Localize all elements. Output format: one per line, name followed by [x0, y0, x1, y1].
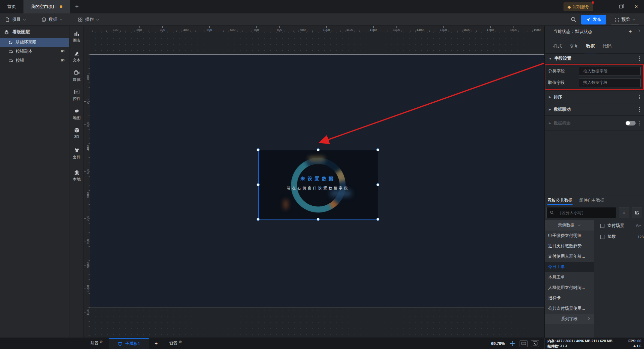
field-row-scene[interactable]: 支付场景 Str... [594, 220, 644, 231]
blur-blob [309, 157, 324, 161]
add-state-button[interactable]: + [629, 28, 632, 35]
resize-handle-e[interactable] [376, 183, 379, 186]
ring-chart-icon [8, 40, 13, 45]
subboard-tab-active[interactable]: 子看板1 [109, 338, 149, 349]
publish-button[interactable]: 发布 [581, 15, 606, 24]
minimize-button[interactable] [598, 0, 613, 13]
data-filter-toggle[interactable] [626, 121, 636, 126]
toolbox-kits[interactable]: 套件 [69, 147, 84, 160]
resize-handle-se[interactable] [376, 218, 379, 221]
resize-handle-s[interactable] [317, 218, 320, 221]
resize-handle-sw[interactable] [257, 218, 260, 221]
section-sort[interactable]: ▶ 排序 [545, 91, 644, 103]
dataset-item[interactable]: 公共支付场景使用... [545, 303, 594, 314]
data-search-box[interactable] [546, 207, 616, 218]
layer-item-button-copy[interactable]: 按钮副本 [0, 47, 69, 56]
dataset-item[interactable]: 本月工单 [545, 272, 594, 283]
add-data-button[interactable]: + [619, 207, 629, 218]
dataset-source-select[interactable]: 示例数据 [545, 220, 594, 231]
checkbox-icon[interactable] [600, 235, 604, 239]
shortcut-keyboard-button[interactable] [520, 340, 528, 347]
tab-project[interactable]: 我的空白项目 [23, 0, 70, 13]
toolbox-map[interactable]: 地图 [69, 108, 84, 120]
zoom-level[interactable]: 69.79% [491, 341, 505, 346]
add-subboard-button[interactable]: + [149, 338, 163, 349]
tab-data[interactable]: 数据 [586, 43, 595, 53]
field-row-count[interactable]: 笔数 123 [594, 231, 644, 242]
kebab-menu-icon[interactable] [639, 95, 640, 99]
section-data-filter[interactable]: ▶ 数据筛选 [545, 116, 644, 131]
resize-handle-ne[interactable] [376, 148, 379, 151]
menu-actions[interactable]: 操作 [73, 13, 104, 26]
fit-screen-button[interactable] [508, 340, 516, 347]
notification-dot-icon [592, 1, 594, 4]
field-name: 支付场景 [607, 223, 624, 229]
resize-handle-n[interactable] [317, 148, 320, 151]
toolbox-3d[interactable]: 3D [69, 127, 84, 139]
search-icon[interactable] [571, 16, 577, 22]
console-button[interactable] [531, 340, 539, 347]
toolbox-controls[interactable]: 控件 [69, 89, 84, 101]
eye-off-icon[interactable] [60, 58, 65, 62]
dataset-item[interactable]: 近日支付笔数趋势 [545, 241, 594, 251]
donut-chart-widget[interactable]: 未设置数据 请在右侧窗口设置数据字段 [258, 150, 378, 219]
circle-plus-icon: ⊕ [100, 340, 103, 344]
widget-toolbox: 图表 文本 媒体 控件 地图 3D 套件 本地 [69, 26, 84, 338]
tab-component-own-data[interactable]: 组件自有数据 [579, 196, 604, 205]
design-canvas[interactable]: 1002003004005006007008009001000110012001… [84, 26, 544, 338]
background-button[interactable]: 背景 ⊕ [163, 338, 188, 349]
dataset-item[interactable]: 指标卡 [545, 293, 594, 303]
menu-project-label: 项目 [12, 16, 21, 22]
tab-home[interactable]: 首页 [0, 0, 23, 13]
kebab-menu-icon[interactable] [639, 107, 640, 112]
tab-code[interactable]: 代码 [602, 43, 611, 53]
section-sort-label: 排序 [554, 94, 562, 100]
menu-actions-label: 操作 [85, 16, 94, 22]
layer-item-donut-chart[interactable]: 基础环形图 [0, 38, 69, 47]
tab-interaction[interactable]: 交互 [570, 43, 579, 53]
dataset-item-selected[interactable]: 今日工单 [545, 262, 594, 272]
restore-button[interactable] [613, 0, 629, 13]
chevron-right-icon[interactable] [637, 30, 640, 32]
toolbox-local[interactable]: 本地 [69, 169, 84, 182]
series-fields-row[interactable]: 系列字段 [545, 314, 594, 324]
chevron-down-icon [23, 18, 26, 20]
toolbox-media[interactable]: 媒体 [69, 70, 84, 82]
section-data-link[interactable]: ▶ 数据联动 [545, 103, 644, 116]
tab-board-shared-data[interactable]: 看板公共数据 [547, 196, 573, 205]
foreground-button[interactable]: 前景 ⊕ [84, 338, 109, 349]
kebab-menu-icon[interactable] [639, 56, 640, 61]
inspector-panel: 当前状态：默认状态 + 样式 交互 数据 代码 ▼ 字段设置 分类字段 拖入数据… [544, 26, 644, 338]
custom-service-badge[interactable]: ◆ 定制服务 [564, 2, 593, 11]
data-search-input[interactable] [557, 210, 613, 215]
section-data-link-label: 数据联动 [554, 107, 571, 112]
field-settings-header[interactable]: ▼ 字段设置 [545, 54, 644, 63]
toolbox-label: 文本 [73, 58, 80, 63]
eye-off-icon[interactable] [60, 49, 65, 53]
resize-handle-w[interactable] [257, 183, 260, 186]
resize-handle-nw[interactable] [257, 148, 260, 151]
edit-data-button[interactable] [632, 207, 642, 218]
kebab-menu-icon [639, 121, 640, 126]
new-project-tab-button[interactable]: + [70, 0, 84, 13]
value-field-dropzone[interactable]: 拖入数据字段 [579, 78, 641, 87]
preview-button[interactable]: 预览 [611, 15, 639, 24]
tab-project-label: 我的空白项目 [31, 4, 57, 10]
dataset-item[interactable]: 人群使用支付时间... [545, 283, 594, 293]
chevron-down-icon [96, 18, 99, 20]
tab-style[interactable]: 样式 [553, 43, 562, 53]
toolbox-charts[interactable]: 图表 [69, 31, 84, 43]
category-field-label: 分类字段 [548, 68, 579, 74]
checkbox-icon[interactable] [600, 224, 604, 228]
dataset-item[interactable]: 电子缴费支付明细 [545, 231, 594, 241]
dataset-item[interactable]: 支付使用人群年龄... [545, 251, 594, 262]
close-button[interactable]: × [629, 0, 644, 13]
field-name: 笔数 [607, 234, 616, 240]
toolbox-text[interactable]: 文本 [69, 50, 84, 63]
layer-item-button[interactable]: 按钮 [0, 56, 69, 65]
value-field-label: 取值字段 [548, 80, 579, 86]
menu-project[interactable]: 项目 [0, 13, 31, 26]
menu-data[interactable]: 数据 [37, 13, 67, 26]
category-field-dropzone[interactable]: 拖入数据字段 [579, 67, 641, 76]
dataset-list: 示例数据 电子缴费支付明细 近日支付笔数趋势 支付使用人群年龄... 今日工单 … [545, 220, 594, 338]
